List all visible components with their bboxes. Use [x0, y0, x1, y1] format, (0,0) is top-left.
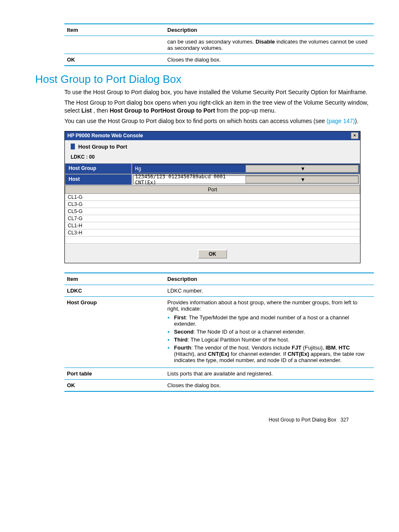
- dialog-titlebar: HP P9000 Remote Web Console ×: [65, 131, 360, 140]
- dialog-title: HP P9000 Remote Web Console: [67, 133, 143, 139]
- cell-description: can be used as secondary volumes. Disabl…: [165, 36, 374, 54]
- close-icon[interactable]: ×: [351, 132, 358, 139]
- port-table: Port CL1-G CL3-G CL5-G CL7-G CL1-H CL3-H: [65, 185, 360, 244]
- host-label: Host: [65, 174, 132, 185]
- chevron-down-icon[interactable]: ▼: [246, 165, 358, 172]
- table-row: [65, 236, 360, 243]
- host-group-dropdown[interactable]: Hg ▼: [133, 164, 359, 173]
- ldkc-label: LDKC : 00: [65, 152, 360, 163]
- host-group-label: Host Group: [65, 163, 132, 174]
- table-row: CL3-H: [65, 229, 360, 236]
- page-footer: Host Group to Port Dialog Box 327: [25, 417, 349, 423]
- paragraph: The Host Group to Port dialog box opens …: [64, 99, 374, 115]
- table-header-item: Item: [64, 273, 165, 285]
- bottom-item-description-table: Item Description LDKC LDKC number. Host …: [64, 272, 374, 392]
- section-heading: Host Group to Port Dialog Box: [35, 73, 374, 86]
- description-list: First: The Type/Model the type and model…: [167, 314, 371, 363]
- table-row: Host Group Provides information about a …: [64, 296, 374, 368]
- dialog-screenshot: HP P9000 Remote Web Console × Host Group…: [64, 131, 361, 263]
- host-group-row: Host Group Hg ▼: [65, 163, 360, 174]
- table-row: CL5-G: [65, 208, 360, 215]
- host-row: Host 123456/123 0123456789abcd 0001 CNT(…: [65, 174, 360, 185]
- page-number: 327: [340, 417, 349, 423]
- dialog-header: Host Group to Port: [65, 140, 360, 152]
- table-row: LDKC LDKC number.: [64, 285, 374, 296]
- list-item: Third: The Logical Partition Number of t…: [174, 337, 371, 343]
- table-row: can be used as secondary volumes. Disabl…: [64, 36, 374, 54]
- list-item: Second: The Node ID of a host or a chann…: [174, 329, 371, 335]
- chevron-down-icon[interactable]: ▼: [246, 176, 358, 183]
- paragraph: To use the Host Group to Port dialog box…: [64, 88, 374, 96]
- table-header-item: Item: [64, 24, 165, 36]
- ok-button[interactable]: OK: [198, 249, 227, 259]
- list-item: First: The Type/Model the type and model…: [174, 314, 371, 327]
- header-marker-icon: [71, 144, 75, 149]
- table-header-description: Description: [165, 273, 374, 285]
- table-row: OK Closes the dialog box.: [64, 54, 374, 66]
- table-header-description: Description: [165, 24, 374, 36]
- table-row: OK Closes the dialog box.: [64, 379, 374, 391]
- paragraph: You can use the Host Group to Port dialo…: [64, 117, 374, 125]
- page-link[interactable]: (page 147): [327, 118, 355, 124]
- table-row: CL1-H: [65, 222, 360, 229]
- host-dropdown[interactable]: 123456/123 0123456789abcd 0001 CNT(Ex) ▼: [133, 175, 359, 184]
- cell-description: Closes the dialog box.: [165, 54, 374, 66]
- dialog-footer: OK: [65, 244, 360, 263]
- table-row: CL7-G: [65, 215, 360, 222]
- port-table-header: Port: [65, 185, 360, 193]
- list-item: Fourth: The vendor of the host. Vendors …: [174, 344, 371, 363]
- cell-item: [64, 36, 165, 54]
- table-row: CL1-G: [65, 193, 360, 200]
- top-item-description-table: Item Description can be used as secondar…: [64, 23, 374, 66]
- cell-item: OK: [64, 54, 165, 66]
- table-row: Port table Lists ports that are availabl…: [64, 368, 374, 379]
- table-row: CL3-G: [65, 200, 360, 208]
